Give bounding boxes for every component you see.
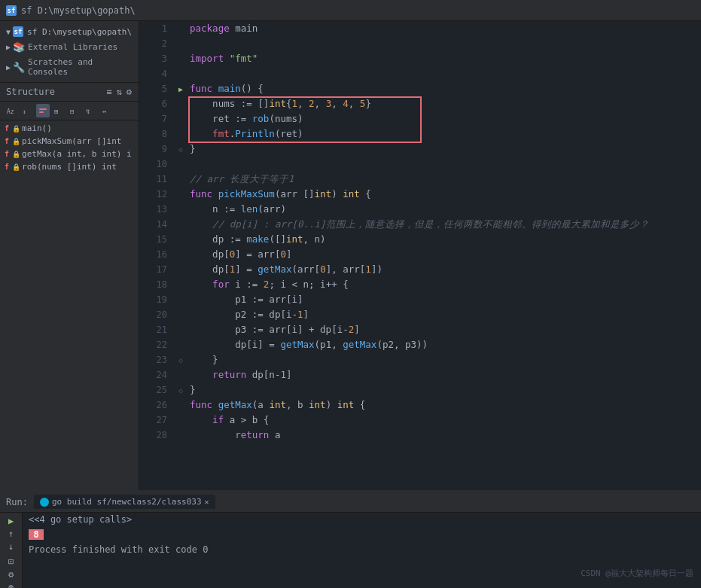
ln-11: 11	[139, 172, 167, 187]
gutter-24	[173, 367, 188, 382]
structure-items-list: f 🔒 main() f 🔒 pickMaxSum(arr []int f 🔒 …	[0, 120, 139, 490]
ln-22: 22	[139, 337, 167, 352]
sidebar-item-sf[interactable]: ▼ sf sf D:\mysetup\gopath\	[0, 24, 139, 39]
sort-alphabetical-button[interactable]: Az	[5, 104, 18, 117]
top-toolbar: sf sf D:\mysetup\gopath\	[0, 0, 701, 21]
struct-item-main[interactable]: f 🔒 main()	[0, 122, 139, 135]
gutter-12	[173, 187, 188, 202]
code-line-2	[188, 36, 701, 51]
run-tabs: Run: go build sf/newclass2/class033 ✕	[0, 492, 701, 513]
gutter-2	[173, 36, 188, 51]
code-line-9: }	[188, 142, 701, 157]
gutter-21	[173, 322, 188, 337]
structure-toolbar: Az ↕ ⊞ ⊟ ↯	[0, 102, 139, 120]
gutter-7	[173, 111, 188, 126]
gutter-26	[173, 398, 188, 413]
code-line-15: dp := make([]int, n)	[188, 232, 701, 247]
run-up-button[interactable]: ↑	[4, 529, 19, 539]
show-methods-button[interactable]	[36, 104, 50, 117]
ln-10: 10	[139, 157, 167, 172]
editor-area: 1 2 3 4 5 6 7 8 9 10 11 12 13 14 15 16 1	[139, 21, 701, 490]
struct-item-pickmaxsum-label: pickMaxSum(arr []int	[22, 136, 121, 146]
struct-item-rob[interactable]: f 🔒 rob(nums []int) int	[0, 160, 139, 173]
ln-20: 20	[139, 307, 167, 322]
sort-order-button[interactable]: ↕	[20, 104, 34, 117]
lock-icon-getmax: 🔒	[12, 151, 20, 158]
sort-icon[interactable]: ≡	[105, 86, 112, 98]
func-icon-getmax: f	[5, 150, 9, 158]
fold-9-icon[interactable]: ◇	[178, 145, 183, 154]
sf-folder-icon: sf	[13, 26, 23, 37]
run-filter-button[interactable]: ⊛	[4, 582, 19, 588]
fold-25-icon[interactable]: ◇	[178, 386, 183, 395]
run-main-icon[interactable]: ▶	[178, 85, 183, 93]
sidebar-item-libs-label: External Libraries	[28, 42, 117, 52]
scratches-icon: 🔧	[13, 62, 25, 73]
ln-24: 24	[139, 367, 167, 382]
sort2-icon[interactable]: ⇅	[116, 86, 123, 98]
sidebar-item-scratches-label: Scratches and Consoles	[28, 57, 133, 77]
gutter-1	[173, 21, 188, 36]
run-tab-main[interactable]: go build sf/newclass2/class033 ✕	[34, 495, 215, 509]
struct-item-pickmaxsum[interactable]: f 🔒 pickMaxSum(arr []int	[0, 135, 139, 148]
settings-icon[interactable]: ⚙	[126, 86, 133, 98]
close-tab-icon[interactable]: ✕	[205, 498, 209, 506]
gutter-23: ◇	[173, 352, 188, 367]
expand-all-button[interactable]: ⊞	[52, 104, 66, 117]
ln-27: 27	[139, 413, 167, 428]
ln-8: 8	[139, 126, 167, 142]
ln-6: 6	[139, 96, 167, 111]
ln-21: 21	[139, 322, 167, 337]
run-side-toolbar: ▶ ↑ ↓ ⊡ ⚙ ⊛ 🖨	[0, 513, 23, 588]
code-line-16: dp[0] = arr[0]	[188, 247, 701, 262]
code-line-7: ret := rob(nums)	[188, 111, 701, 126]
code-lines[interactable]: package main import "fmt" func main() { …	[188, 21, 701, 443]
code-line-1: package main	[188, 21, 701, 36]
lock-icon-rob: 🔒	[12, 163, 20, 171]
run-finish-container: Process finished with exit code 0	[29, 544, 695, 555]
ln-17: 17	[139, 262, 167, 277]
gutter-4	[173, 66, 188, 81]
auto-scroll-button[interactable]: ↔	[99, 104, 113, 117]
code-line-26: func getMax(a int, b int) int {	[188, 398, 701, 413]
collapse-all-button[interactable]: ⊟	[68, 104, 81, 117]
run-prompt: <<4 go setup calls>	[29, 514, 695, 525]
sidebar-item-scratches[interactable]: ▶ 🔧 Scratches and Consoles	[0, 55, 139, 79]
gutter-19	[173, 292, 188, 307]
run-down-button[interactable]: ↓	[4, 541, 19, 552]
struct-item-getmax[interactable]: f 🔒 getMax(a int, b int) i	[0, 148, 139, 160]
sidebar-item-external-libraries[interactable]: ▶ 📚 External Libraries	[0, 39, 139, 55]
sf-icon: sf	[6, 5, 17, 16]
ln-3: 3	[139, 51, 167, 66]
run-wrap-button[interactable]: ⊡	[4, 556, 19, 567]
code-line-22: dp[i] = getMax(p1, getMax(p2, p3))	[188, 337, 701, 352]
run-play-button[interactable]: ▶	[4, 516, 19, 526]
go-lang-icon	[40, 498, 49, 507]
func-icon-pickmaxsum: f	[5, 137, 9, 145]
gutter-17	[173, 262, 188, 277]
svg-text:⊟: ⊟	[70, 108, 74, 115]
code-line-11: // arr 长度大于等于1	[188, 172, 701, 187]
gutter-5[interactable]: ▶	[173, 81, 188, 96]
run-result-container: 8	[29, 528, 695, 541]
code-line-20: p2 := dp[i-1]	[188, 307, 701, 322]
ln-26: 26	[139, 398, 167, 413]
structure-panel: Structure ≡ ⇅ ⚙ Az ↕	[0, 83, 139, 490]
scroll-to-source-button[interactable]: ↯	[84, 104, 97, 117]
run-finish-text: Process finished with exit code 0	[29, 544, 208, 555]
svg-rect-2	[39, 108, 47, 110]
sidebar-item-sf-label: sf D:\mysetup\gopath\	[27, 27, 132, 37]
gutter-20	[173, 307, 188, 322]
svg-text:Az: Az	[7, 108, 14, 115]
run-settings-button[interactable]: ⚙	[4, 569, 19, 580]
libs-icon: 📚	[13, 41, 25, 53]
gutter-18	[173, 277, 188, 292]
code-line-12: func pickMaxSum(arr []int) int {	[188, 187, 701, 202]
sidebar: ▼ sf sf D:\mysetup\gopath\ ▶ 📚 External …	[0, 21, 139, 490]
lock-icon-pickmaxsum: 🔒	[12, 138, 20, 145]
ln-9: 9	[139, 142, 167, 157]
code-line-17: dp[1] = getMax(arr[0], arr[1])	[188, 262, 701, 277]
svg-rect-3	[39, 111, 44, 113]
fold-23-icon[interactable]: ◇	[178, 356, 183, 364]
svg-text:↕: ↕	[23, 108, 26, 115]
